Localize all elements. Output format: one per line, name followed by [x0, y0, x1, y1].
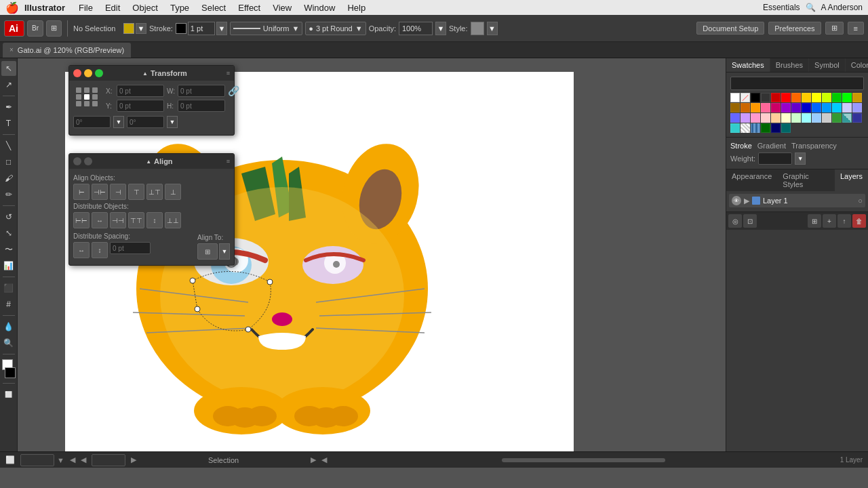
- dist-left-btn[interactable]: ⊢⊢: [73, 212, 90, 228]
- menu-type[interactable]: Type: [165, 1, 195, 14]
- brush-tool[interactable]: 🖌: [1, 171, 16, 186]
- swatch-purple1[interactable]: [781, 103, 791, 113]
- preferences-btn[interactable]: Preferences: [768, 22, 821, 35]
- shear-arrow[interactable]: ▼: [167, 116, 178, 128]
- swatch-blue4[interactable]: [852, 113, 862, 123]
- search-icon[interactable]: 🔍: [806, 3, 816, 12]
- tab-appearance[interactable]: Appearance: [726, 169, 777, 191]
- stroke-round-select[interactable]: ● 3 pt Round ▼: [305, 22, 366, 35]
- align-mc[interactable]: [84, 94, 90, 100]
- align-center-h-btn[interactable]: ⊣⊢: [92, 184, 108, 200]
- swatch-brown2[interactable]: [730, 103, 740, 113]
- transform-min-btn[interactable]: [84, 69, 92, 77]
- stroke-color-indicator[interactable]: [5, 367, 16, 378]
- swatch-blue3[interactable]: [730, 113, 740, 123]
- opacity-arrow[interactable]: ▼: [435, 22, 446, 35]
- swatch-yellow1[interactable]: [802, 93, 811, 102]
- line-tool[interactable]: ╲: [1, 138, 16, 153]
- tab-graphic-styles[interactable]: Graphic Styles: [777, 169, 835, 191]
- tab-close-btn[interactable]: ×: [9, 46, 14, 54]
- align-bl[interactable]: [76, 101, 81, 106]
- swatch-white[interactable]: [730, 93, 740, 102]
- warp-tool[interactable]: 〜: [1, 242, 16, 257]
- zoom-tool[interactable]: 🔍: [1, 336, 16, 350]
- gradient-tool[interactable]: ⬛: [1, 281, 16, 296]
- swatch-teal1[interactable]: [842, 113, 852, 123]
- swatch-ltgray[interactable]: [822, 113, 831, 123]
- swatch-black[interactable]: [751, 93, 760, 102]
- pencil-tool[interactable]: ✏: [1, 187, 16, 202]
- swatch-peach[interactable]: [761, 113, 770, 123]
- swatch-yellow2[interactable]: [812, 93, 821, 102]
- align-mr[interactable]: [92, 94, 98, 100]
- layer-lock-btn[interactable]: ○: [858, 197, 863, 205]
- rotate-tool[interactable]: ↺: [1, 209, 16, 224]
- status-back-btn[interactable]: ◀: [321, 455, 327, 464]
- align-to-arrow[interactable]: ▼: [219, 243, 230, 260]
- style-arrow[interactable]: ▼: [487, 22, 498, 35]
- tab-gradient[interactable]: Gradient: [757, 142, 786, 150]
- tab-symbol[interactable]: Symbol: [809, 58, 846, 72]
- swatch-orange1[interactable]: [791, 93, 801, 102]
- document-tab[interactable]: × Gato.ai @ 120% (RGB/Preview): [3, 43, 131, 58]
- swatch-orange2[interactable]: [741, 103, 750, 113]
- tab-color[interactable]: Color: [846, 58, 868, 72]
- align-bottom-btn[interactable]: ⊥: [165, 184, 181, 200]
- transform-close-btn[interactable]: [73, 69, 81, 77]
- swatch-brown1[interactable]: [852, 93, 862, 102]
- selection-tool[interactable]: ↖: [1, 61, 16, 76]
- align-menu-btn[interactable]: ≡: [226, 158, 230, 165]
- dist-right-btn[interactable]: ⊣⊣: [110, 212, 126, 228]
- align-right-btn[interactable]: ⊣: [110, 184, 126, 200]
- spacing-input[interactable]: [110, 242, 151, 254]
- opacity-input[interactable]: 100%: [399, 22, 433, 35]
- swatch-aqua[interactable]: [802, 113, 811, 123]
- align-top-v-btn[interactable]: ⊤: [128, 184, 144, 200]
- transform-panel-header[interactable]: ▲ Transform ≡: [69, 66, 234, 81]
- tab-brushes[interactable]: Brushes: [770, 58, 809, 72]
- align-close-btn[interactable]: [73, 157, 81, 165]
- direct-selection-tool[interactable]: ↗: [1, 77, 16, 92]
- swatch-red1[interactable]: [771, 93, 781, 102]
- swatch-purple2[interactable]: [791, 103, 801, 113]
- more-btn[interactable]: ≡: [848, 22, 864, 35]
- artboard-next-btn[interactable]: ▶: [131, 455, 136, 464]
- prev-artboard-btn[interactable]: ◀: [70, 455, 75, 464]
- swatch-dk-teal[interactable]: [781, 123, 791, 133]
- swatch-yellow-green[interactable]: [822, 93, 831, 102]
- swatch-pattern1[interactable]: [741, 123, 750, 133]
- make-clipping-btn[interactable]: ⊡: [743, 214, 757, 228]
- text-tool[interactable]: T: [1, 116, 16, 131]
- swatch-dk-gray[interactable]: [761, 93, 770, 102]
- delete-layer-btn[interactable]: 🗑: [852, 214, 866, 228]
- dist-space-v-btn[interactable]: ↕: [92, 242, 108, 258]
- align-left-btn[interactable]: ⊢: [73, 184, 90, 200]
- menu-window[interactable]: Window: [298, 1, 340, 14]
- align-center-v-btn[interactable]: ⊥⊤: [146, 184, 163, 200]
- swatch-periwinkle[interactable]: [852, 103, 862, 113]
- dist-top-btn[interactable]: ⊤⊤: [128, 212, 144, 228]
- arrange-btn[interactable]: ⊞: [825, 22, 844, 35]
- graph-tool[interactable]: 📊: [1, 258, 16, 273]
- status-play-btn[interactable]: ▶: [311, 455, 316, 464]
- locate-layer-btn[interactable]: ◎: [728, 214, 742, 228]
- bridge-btn[interactable]: Br: [27, 20, 43, 37]
- align-tr[interactable]: [92, 87, 98, 93]
- dist-space-h-btn[interactable]: ↔: [73, 242, 90, 258]
- eyedropper-tool[interactable]: 💧: [1, 319, 16, 334]
- tab-swatches[interactable]: Swatches: [726, 58, 770, 72]
- stroke-weight-input[interactable]: 1 pt: [188, 22, 215, 35]
- stroke-weight-arrow[interactable]: ▼: [216, 22, 227, 35]
- menu-object[interactable]: Object: [127, 1, 163, 14]
- swatch-orange3[interactable]: [751, 103, 760, 113]
- swatch-red2[interactable]: [781, 93, 791, 102]
- rotate-arrow[interactable]: ▼: [113, 116, 124, 128]
- new-sublayer-btn[interactable]: ⊞: [808, 214, 821, 228]
- artboard-prev-btn[interactable]: ◀: [81, 455, 86, 464]
- layer-item[interactable]: 👁 ▶ Layer 1 ○: [729, 194, 865, 207]
- weight-arrow[interactable]: ▼: [795, 152, 806, 165]
- tab-transparency[interactable]: Transparency: [791, 142, 837, 150]
- menu-select[interactable]: Select: [196, 1, 231, 14]
- swatch-pink3[interactable]: [751, 113, 760, 123]
- swatch-mint[interactable]: [791, 113, 801, 123]
